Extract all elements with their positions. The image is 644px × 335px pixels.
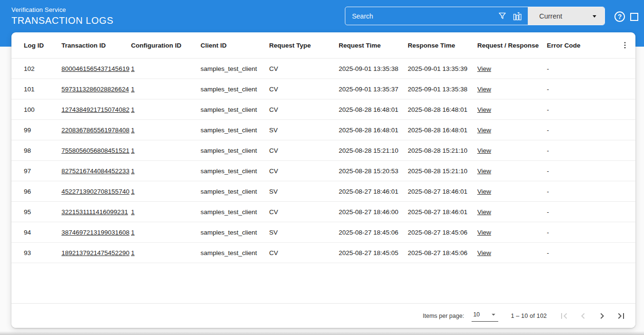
transaction-id-link[interactable]: 2208367865561978408	[61, 127, 130, 134]
column-chooser-button[interactable]	[510, 7, 525, 25]
table-row: 95 3221531111416099231 1 samples_test_cl…	[11, 202, 635, 222]
configuration-id-link[interactable]: 1	[131, 65, 135, 72]
error-code-cell: -	[547, 188, 614, 195]
error-code-cell: -	[547, 127, 614, 134]
response-time-cell: 2025-09-01 13:35:39	[408, 65, 477, 72]
transaction-id-link[interactable]: 7558056056808451521	[61, 147, 130, 154]
chevron-down-icon	[489, 310, 498, 319]
kebab-vertical-icon	[621, 41, 629, 49]
kebab-menu-button[interactable]	[619, 39, 631, 51]
response-time-cell: 2025-08-27 18:46:01	[408, 188, 477, 195]
first-page-icon	[558, 310, 570, 322]
request-type-cell: SV	[269, 229, 339, 236]
table-row: 102 8000461565437145619 1 samples_test_c…	[11, 59, 635, 79]
log-id-cell: 95	[24, 208, 61, 216]
previous-page-button[interactable]	[574, 306, 593, 325]
transaction-id-link[interactable]: 3221531111416099231	[61, 208, 128, 216]
error-code-cell: -	[547, 229, 614, 236]
client-id-cell: samples_test_client	[201, 249, 269, 256]
table-row: 101 5973113286028826624 1 samples_test_c…	[11, 79, 635, 99]
configuration-id-link[interactable]: 1	[131, 229, 135, 236]
chevron-right-icon	[596, 310, 608, 322]
paginator: Items per page: 10 1 – 10 of 102	[11, 303, 635, 328]
log-id-cell: 96	[24, 188, 61, 195]
table-row: 98 7558056056808451521 1 samples_test_cl…	[11, 140, 635, 161]
view-link[interactable]: View	[477, 249, 491, 256]
view-link[interactable]: View	[477, 208, 491, 216]
view-link[interactable]: View	[477, 188, 491, 195]
view-link[interactable]: View	[477, 147, 491, 154]
view-link[interactable]: View	[477, 127, 491, 134]
client-id-cell: samples_test_client	[201, 86, 269, 93]
transaction-id-link[interactable]: 1892137921475452290	[61, 249, 130, 256]
column-header-configuration-id: Configuration ID	[131, 42, 201, 49]
transaction-id-link[interactable]: 8000461565437145619	[61, 65, 130, 72]
configuration-id-link[interactable]: 1	[131, 86, 135, 93]
items-per-page-value: 10	[473, 311, 480, 318]
request-time-cell: 2025-08-28 15:20:53	[339, 168, 408, 175]
configuration-id-link[interactable]: 1	[131, 168, 135, 175]
log-id-cell: 98	[24, 147, 61, 154]
transaction-id-link[interactable]: 3874697213199031608	[61, 229, 130, 236]
transaction-id-link[interactable]: 8275216744084452233	[61, 168, 130, 175]
last-page-button[interactable]	[612, 306, 631, 325]
response-time-cell: 2025-08-28 16:48:01	[408, 127, 477, 134]
column-header-transaction-id: Transaction ID	[61, 42, 131, 49]
transaction-id-link[interactable]: 4522713902708155740	[61, 188, 130, 195]
scope-select[interactable]: Current	[528, 7, 604, 25]
request-type-cell: CV	[269, 65, 339, 72]
next-page-button[interactable]	[593, 306, 612, 325]
client-id-cell: samples_test_client	[201, 127, 269, 134]
view-link[interactable]: View	[477, 106, 491, 113]
window-icon[interactable]	[630, 13, 638, 21]
help-icon[interactable]: ?	[614, 11, 625, 22]
first-page-button[interactable]	[554, 306, 574, 325]
transaction-id-link[interactable]: 1274384921715074082	[61, 106, 130, 113]
scope-select-value: Current	[539, 12, 562, 20]
table-row: 93 1892137921475452290 1 samples_test_cl…	[11, 243, 635, 263]
view-link[interactable]: View	[477, 86, 491, 93]
items-per-page-select[interactable]: 10	[472, 310, 498, 322]
log-id-cell: 97	[24, 168, 61, 175]
view-link[interactable]: View	[477, 168, 491, 175]
log-id-cell: 101	[24, 86, 61, 93]
configuration-id-link[interactable]: 1	[131, 127, 135, 134]
search-input[interactable]	[345, 7, 494, 25]
view-link[interactable]: View	[477, 229, 491, 236]
view-link[interactable]: View	[477, 65, 491, 72]
error-code-cell: -	[547, 65, 614, 72]
column-header-client-id: Client ID	[201, 42, 269, 49]
log-id-cell: 94	[24, 229, 61, 236]
filter-funnel-icon	[497, 11, 507, 21]
response-time-cell: 2025-08-27 18:46:01	[408, 208, 477, 216]
client-id-cell: samples_test_client	[201, 229, 269, 236]
column-header-request-response: Request / Response	[477, 42, 547, 49]
client-id-cell: samples_test_client	[201, 208, 269, 216]
request-type-cell: CV	[269, 147, 339, 154]
filter-button[interactable]	[494, 7, 510, 25]
request-time-cell: 2025-09-01 13:35:38	[339, 65, 408, 72]
error-code-cell: -	[547, 168, 614, 175]
request-type-cell: SV	[269, 188, 339, 195]
app-name: Verification Service	[11, 6, 113, 13]
configuration-id-link[interactable]: 1	[131, 147, 135, 154]
error-code-cell: -	[547, 106, 614, 113]
request-type-cell: CV	[269, 86, 339, 93]
page-title: TRANSACTION LOGS	[11, 15, 113, 26]
configuration-id-link[interactable]: 1	[131, 188, 135, 195]
client-id-cell: samples_test_client	[201, 147, 269, 154]
configuration-id-link[interactable]: 1	[131, 208, 135, 216]
table-row: 100 1274384921715074082 1 samples_test_c…	[11, 99, 635, 120]
configuration-id-link[interactable]: 1	[131, 249, 135, 256]
header-actions: ?	[614, 11, 638, 22]
request-time-cell: 2025-09-01 13:35:37	[339, 86, 408, 93]
table-header-row: Log ID Transaction ID Configuration ID C…	[11, 32, 635, 59]
log-id-cell: 100	[24, 106, 61, 113]
error-code-cell: -	[547, 147, 614, 154]
request-type-cell: CV	[269, 106, 339, 113]
request-time-cell: 2025-08-27 18:45:05	[339, 249, 408, 256]
configuration-id-link[interactable]: 1	[131, 106, 135, 113]
column-chooser-icon	[512, 11, 523, 21]
response-time-cell: 2025-08-28 15:21:10	[408, 147, 477, 154]
transaction-id-link[interactable]: 5973113286028826624	[61, 86, 129, 93]
